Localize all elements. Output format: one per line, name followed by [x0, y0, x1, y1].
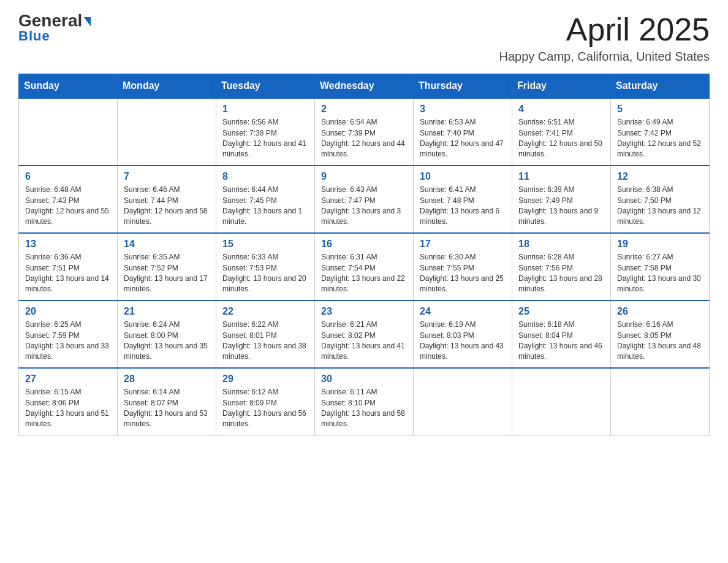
day-info: Sunrise: 6:54 AMSunset: 7:39 PMDaylight:…: [321, 117, 407, 160]
calendar-cell: 3Sunrise: 6:53 AMSunset: 7:40 PMDaylight…: [414, 98, 512, 166]
day-number: 3: [420, 104, 506, 115]
calendar-week-row: 13Sunrise: 6:36 AMSunset: 7:51 PMDayligh…: [19, 233, 710, 301]
day-number: 20: [25, 306, 111, 317]
calendar-cell: [118, 98, 216, 166]
day-info: Sunrise: 6:39 AMSunset: 7:49 PMDaylight:…: [518, 185, 604, 228]
day-number: 21: [124, 306, 210, 317]
calendar-cell: 18Sunrise: 6:28 AMSunset: 7:56 PMDayligh…: [512, 233, 611, 301]
calendar-table: SundayMondayTuesdayWednesdayThursdayFrid…: [18, 74, 710, 436]
day-info: Sunrise: 6:46 AMSunset: 7:44 PMDaylight:…: [124, 185, 210, 228]
calendar-week-row: 6Sunrise: 6:48 AMSunset: 7:43 PMDaylight…: [19, 166, 710, 233]
day-number: 19: [617, 239, 703, 250]
calendar-cell: 23Sunrise: 6:21 AMSunset: 8:02 PMDayligh…: [315, 301, 414, 368]
day-number: 11: [518, 171, 604, 182]
day-number: 24: [420, 306, 506, 317]
day-info: Sunrise: 6:19 AMSunset: 8:03 PMDaylight:…: [420, 320, 506, 362]
day-number: 9: [321, 171, 407, 182]
calendar-week-row: 20Sunrise: 6:25 AMSunset: 7:59 PMDayligh…: [19, 301, 710, 368]
weekday-header: Sunday: [19, 74, 118, 99]
day-info: Sunrise: 6:35 AMSunset: 7:52 PMDaylight:…: [124, 252, 210, 295]
logo: General Blue: [18, 12, 91, 44]
day-info: Sunrise: 6:15 AMSunset: 8:06 PMDaylight:…: [25, 387, 111, 430]
calendar-cell: 28Sunrise: 6:14 AMSunset: 8:07 PMDayligh…: [118, 368, 216, 435]
weekday-header: Friday: [512, 74, 611, 99]
calendar-cell: 15Sunrise: 6:33 AMSunset: 7:53 PMDayligh…: [216, 233, 315, 301]
calendar-cell: 5Sunrise: 6:49 AMSunset: 7:42 PMDaylight…: [611, 98, 710, 166]
weekday-header: Thursday: [414, 74, 512, 99]
day-number: 25: [518, 306, 604, 317]
calendar-cell: 7Sunrise: 6:46 AMSunset: 7:44 PMDaylight…: [118, 166, 216, 233]
calendar-cell: 21Sunrise: 6:24 AMSunset: 8:00 PMDayligh…: [118, 301, 216, 368]
day-info: Sunrise: 6:25 AMSunset: 7:59 PMDaylight:…: [25, 320, 111, 362]
day-info: Sunrise: 6:49 AMSunset: 7:42 PMDaylight:…: [617, 117, 703, 160]
calendar-cell: 29Sunrise: 6:12 AMSunset: 8:09 PMDayligh…: [216, 368, 315, 435]
day-info: Sunrise: 6:36 AMSunset: 7:51 PMDaylight:…: [25, 252, 111, 295]
weekday-header: Tuesday: [216, 74, 315, 99]
day-number: 18: [518, 239, 604, 250]
logo-blue: Blue: [18, 28, 50, 44]
calendar-cell: 26Sunrise: 6:16 AMSunset: 8:05 PMDayligh…: [611, 301, 710, 368]
day-info: Sunrise: 6:30 AMSunset: 7:55 PMDaylight:…: [420, 252, 506, 295]
calendar-cell: 1Sunrise: 6:56 AMSunset: 7:38 PMDaylight…: [216, 98, 315, 166]
calendar-cell: [19, 98, 118, 166]
day-number: 13: [25, 239, 111, 250]
day-number: 2: [321, 104, 407, 115]
day-info: Sunrise: 6:51 AMSunset: 7:41 PMDaylight:…: [518, 117, 604, 160]
weekday-header: Monday: [118, 74, 216, 99]
day-number: 30: [321, 373, 407, 385]
day-number: 7: [124, 171, 210, 182]
day-number: 15: [222, 239, 308, 250]
calendar-cell: 17Sunrise: 6:30 AMSunset: 7:55 PMDayligh…: [414, 233, 512, 301]
location-title: Happy Camp, California, United States: [499, 50, 710, 64]
day-number: 1: [222, 104, 308, 115]
day-info: Sunrise: 6:41 AMSunset: 7:48 PMDaylight:…: [420, 185, 506, 228]
calendar-cell: 12Sunrise: 6:38 AMSunset: 7:50 PMDayligh…: [611, 166, 710, 233]
day-number: 16: [321, 239, 407, 250]
day-info: Sunrise: 6:53 AMSunset: 7:40 PMDaylight:…: [420, 117, 506, 160]
weekday-header: Wednesday: [315, 74, 414, 99]
page-header: General Blue April 2025 Happy Camp, Cali…: [18, 12, 710, 64]
calendar-cell: 25Sunrise: 6:18 AMSunset: 8:04 PMDayligh…: [512, 301, 611, 368]
calendar-cell: 11Sunrise: 6:39 AMSunset: 7:49 PMDayligh…: [512, 166, 611, 233]
day-number: 28: [124, 373, 210, 385]
calendar-cell: 24Sunrise: 6:19 AMSunset: 8:03 PMDayligh…: [414, 301, 512, 368]
day-info: Sunrise: 6:21 AMSunset: 8:02 PMDaylight:…: [321, 320, 407, 362]
calendar-cell: 13Sunrise: 6:36 AMSunset: 7:51 PMDayligh…: [19, 233, 118, 301]
calendar-cell: [414, 368, 512, 435]
day-info: Sunrise: 6:43 AMSunset: 7:47 PMDaylight:…: [321, 185, 407, 228]
day-info: Sunrise: 6:16 AMSunset: 8:05 PMDaylight:…: [617, 320, 703, 362]
calendar-cell: 9Sunrise: 6:43 AMSunset: 7:47 PMDaylight…: [315, 166, 414, 233]
day-number: 14: [124, 239, 210, 250]
calendar-cell: 2Sunrise: 6:54 AMSunset: 7:39 PMDaylight…: [315, 98, 414, 166]
day-number: 8: [222, 171, 308, 182]
day-info: Sunrise: 6:24 AMSunset: 8:00 PMDaylight:…: [124, 320, 210, 362]
day-number: 27: [25, 373, 111, 385]
day-number: 17: [420, 239, 506, 250]
day-info: Sunrise: 6:14 AMSunset: 8:07 PMDaylight:…: [124, 387, 210, 430]
day-info: Sunrise: 6:12 AMSunset: 8:09 PMDaylight:…: [222, 387, 308, 430]
calendar-cell: 10Sunrise: 6:41 AMSunset: 7:48 PMDayligh…: [414, 166, 512, 233]
day-info: Sunrise: 6:11 AMSunset: 8:10 PMDaylight:…: [321, 387, 407, 430]
day-number: 23: [321, 306, 407, 317]
day-number: 29: [222, 373, 308, 385]
calendar-week-row: 27Sunrise: 6:15 AMSunset: 8:06 PMDayligh…: [19, 368, 710, 435]
calendar-cell: 16Sunrise: 6:31 AMSunset: 7:54 PMDayligh…: [315, 233, 414, 301]
day-number: 6: [25, 171, 111, 182]
calendar-cell: 8Sunrise: 6:44 AMSunset: 7:45 PMDaylight…: [216, 166, 315, 233]
day-number: 26: [617, 306, 703, 317]
calendar-cell: 19Sunrise: 6:27 AMSunset: 7:58 PMDayligh…: [611, 233, 710, 301]
day-number: 12: [617, 171, 703, 182]
day-number: 22: [222, 306, 308, 317]
day-info: Sunrise: 6:22 AMSunset: 8:01 PMDaylight:…: [222, 320, 308, 362]
calendar-cell: 14Sunrise: 6:35 AMSunset: 7:52 PMDayligh…: [118, 233, 216, 301]
day-info: Sunrise: 6:18 AMSunset: 8:04 PMDaylight:…: [518, 320, 604, 362]
calendar-cell: 30Sunrise: 6:11 AMSunset: 8:10 PMDayligh…: [315, 368, 414, 435]
day-info: Sunrise: 6:38 AMSunset: 7:50 PMDaylight:…: [617, 185, 703, 228]
logo-general: General: [18, 12, 91, 29]
weekday-header: Saturday: [611, 74, 710, 99]
day-info: Sunrise: 6:27 AMSunset: 7:58 PMDaylight:…: [617, 252, 703, 295]
calendar-cell: 27Sunrise: 6:15 AMSunset: 8:06 PMDayligh…: [19, 368, 118, 435]
day-info: Sunrise: 6:28 AMSunset: 7:56 PMDaylight:…: [518, 252, 604, 295]
calendar-cell: 6Sunrise: 6:48 AMSunset: 7:43 PMDaylight…: [19, 166, 118, 233]
weekday-header-row: SundayMondayTuesdayWednesdayThursdayFrid…: [19, 74, 710, 99]
